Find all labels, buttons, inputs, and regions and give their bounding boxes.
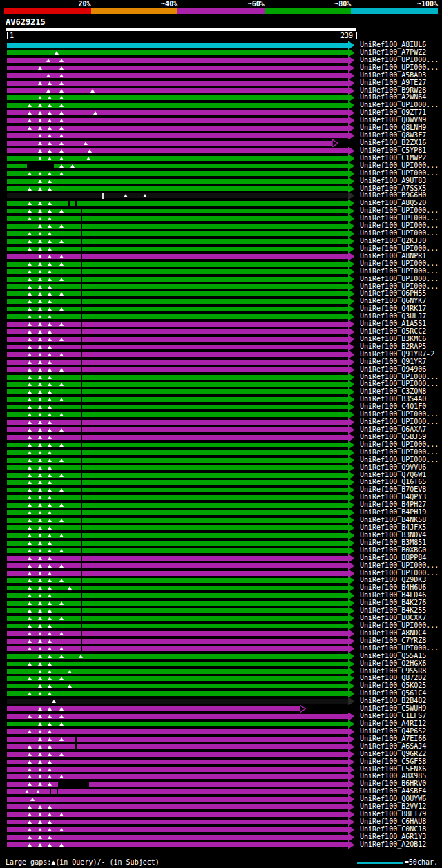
alignment-bar[interactable] — [7, 639, 348, 644]
alignment-bar[interactable] — [7, 662, 348, 666]
alignment-bar[interactable] — [7, 578, 348, 583]
alignment-bar[interactable] — [7, 141, 332, 146]
alignment-bar[interactable] — [7, 397, 348, 402]
alignment-bar[interactable] — [7, 239, 348, 244]
alignment-bar[interactable] — [7, 541, 348, 546]
hit-label[interactable]: UniRef100_Q9GRZ2 — [360, 751, 426, 758]
alignment-bar[interactable] — [7, 495, 348, 500]
alignment-bar[interactable] — [7, 375, 348, 380]
alignment-bar[interactable] — [7, 624, 348, 628]
hit-label[interactable]: UniRef100_A9UT83 — [360, 177, 426, 185]
alignment-bar[interactable] — [7, 443, 348, 447]
hit-label[interactable]: UniRef100_B8PP84 — [360, 554, 426, 562]
hit-label[interactable]: UniRef100_Q2HGX6 — [360, 660, 426, 668]
alignment-bar[interactable] — [7, 254, 348, 259]
alignment-bar[interactable] — [7, 699, 348, 704]
alignment-bar[interactable] — [7, 284, 348, 289]
alignment-bar[interactable] — [7, 450, 348, 455]
alignment-bar[interactable] — [7, 247, 348, 251]
alignment-bar[interactable] — [7, 804, 348, 809]
alignment-bar[interactable] — [7, 556, 348, 561]
alignment-bar[interactable] — [7, 412, 348, 417]
alignment-bar[interactable] — [7, 389, 348, 394]
alignment-bar[interactable] — [7, 95, 348, 100]
alignment-bar[interactable] — [7, 503, 348, 508]
alignment-bar[interactable] — [7, 842, 348, 847]
alignment-bar[interactable] — [7, 812, 348, 817]
alignment-bar[interactable] — [7, 729, 348, 734]
hit-label[interactable]: UniRef100_C5GF58 — [360, 758, 426, 766]
alignment-bar[interactable] — [7, 88, 348, 93]
alignment-bar[interactable] — [7, 291, 348, 296]
alignment-bar[interactable] — [7, 835, 348, 840]
alignment-bar[interactable] — [7, 209, 348, 213]
alignment-bar[interactable] — [7, 480, 348, 485]
hit-label[interactable]: UniRef100_UPI000... — [360, 268, 439, 276]
alignment-bar[interactable] — [7, 722, 348, 726]
hit-label[interactable]: UniRef100_UPI000... — [360, 562, 439, 570]
alignment-bar[interactable] — [7, 231, 348, 236]
alignment-bar[interactable] — [7, 684, 348, 688]
hit-label[interactable]: UniRef100_Q9VVU6 — [360, 464, 426, 472]
alignment-bar[interactable] — [7, 691, 348, 696]
hit-label[interactable]: UniRef100_A5BAD3 — [360, 72, 426, 79]
alignment-bar[interactable] — [7, 201, 348, 206]
alignment-bar[interactable] — [7, 193, 348, 198]
alignment-bar[interactable] — [7, 322, 348, 327]
alignment-bar[interactable] — [7, 458, 348, 463]
hit-label[interactable]: UniRef100_UPI000... — [360, 456, 439, 464]
alignment-bar[interactable] — [7, 277, 348, 282]
alignment-bar[interactable] — [7, 563, 348, 568]
alignment-bar[interactable] — [7, 299, 348, 304]
alignment-bar[interactable] — [7, 571, 348, 576]
alignment-bar[interactable] — [7, 382, 348, 387]
alignment-bar[interactable] — [7, 73, 348, 78]
hit-label[interactable]: UniRef100_A9TE27 — [360, 79, 426, 87]
alignment-bar[interactable] — [7, 473, 348, 478]
alignment-bar[interactable] — [7, 737, 348, 742]
alignment-bar[interactable] — [7, 601, 348, 606]
alignment-bar[interactable] — [7, 171, 348, 176]
alignment-bar[interactable] — [7, 744, 348, 749]
alignment-bar[interactable] — [7, 488, 348, 492]
alignment-bar[interactable] — [7, 133, 348, 138]
alignment-bar[interactable] — [7, 465, 348, 470]
alignment-bar[interactable] — [7, 224, 348, 229]
alignment-bar[interactable] — [7, 126, 348, 131]
alignment-bar[interactable] — [7, 760, 348, 764]
alignment-bar[interactable] — [7, 360, 348, 365]
alignment-bar[interactable] — [7, 405, 348, 409]
alignment-bar[interactable] — [7, 797, 348, 802]
alignment-bar[interactable] — [7, 186, 348, 191]
alignment-bar[interactable] — [7, 58, 348, 63]
alignment-bar[interactable] — [7, 427, 348, 432]
alignment-bar[interactable] — [7, 510, 348, 515]
alignment-bar[interactable] — [7, 262, 348, 267]
hit-label[interactable]: UniRef100_UPI000... — [360, 276, 439, 283]
hit-label[interactable]: UniRef100_A2QB12 — [360, 841, 426, 849]
alignment-bar[interactable] — [7, 103, 348, 108]
alignment-bar[interactable] — [7, 767, 348, 772]
alignment-bar[interactable] — [7, 307, 348, 311]
alignment-bar[interactable] — [7, 156, 348, 161]
alignment-bar[interactable] — [7, 646, 348, 651]
alignment-bar[interactable] — [7, 148, 348, 153]
alignment-bar[interactable] — [7, 676, 348, 681]
alignment-bar[interactable] — [7, 420, 348, 425]
alignment-bar[interactable] — [7, 337, 348, 342]
alignment-bar[interactable] — [7, 110, 348, 115]
alignment-bar[interactable] — [7, 820, 348, 824]
alignment-bar[interactable] — [7, 43, 348, 48]
alignment-bar[interactable] — [7, 752, 348, 757]
alignment-bar[interactable] — [7, 533, 348, 538]
alignment-bar[interactable] — [7, 216, 348, 221]
hit-label[interactable]: UniRef100_Q94906 — [360, 366, 426, 374]
alignment-bar[interactable] — [7, 525, 348, 530]
alignment-bar[interactable] — [7, 345, 348, 349]
alignment-bar[interactable] — [7, 789, 348, 794]
alignment-bar[interactable] — [7, 654, 348, 659]
alignment-bar[interactable] — [7, 179, 348, 184]
alignment-bar[interactable] — [7, 329, 348, 334]
alignment-bar[interactable] — [7, 352, 348, 357]
alignment-bar[interactable] — [7, 66, 348, 70]
